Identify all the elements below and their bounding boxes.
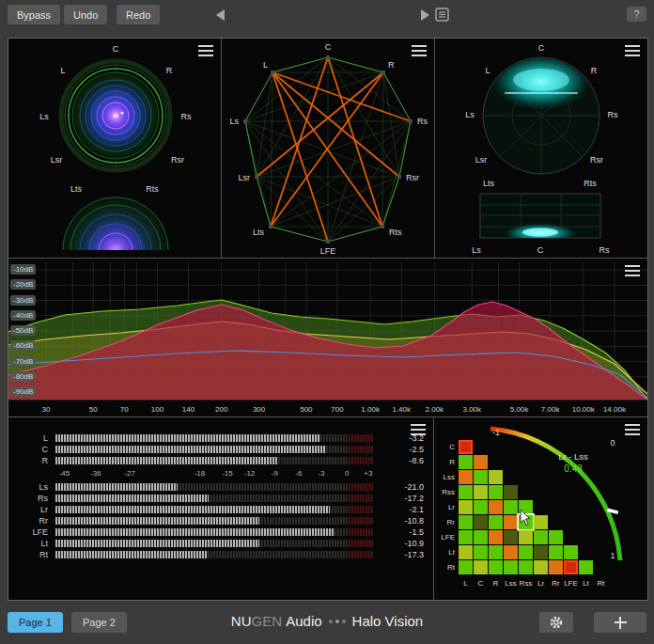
plus-icon	[615, 617, 627, 629]
matrix-cell[interactable]	[474, 470, 488, 484]
matrix-cell[interactable]	[549, 545, 563, 559]
matrix-cell[interactable]	[579, 560, 593, 574]
matrix-cell[interactable]	[459, 500, 473, 514]
channel-label: Ls	[39, 112, 49, 121]
matrix-row-label: Lr	[434, 503, 455, 511]
matrix-cell[interactable]	[489, 515, 503, 529]
meter-row: LFE-1.5	[8, 526, 433, 538]
matrix-cell[interactable]	[459, 440, 473, 454]
matrix-cell[interactable]	[474, 455, 488, 469]
matrix-cell[interactable]	[459, 455, 473, 469]
freq-axis-label: 3.00k	[462, 405, 481, 414]
matrix-cell[interactable]	[504, 545, 518, 559]
bottom-toolbar: Page 1 Page 2 NUGEN Audio Halo Vision	[0, 599, 654, 644]
meter-value: -2.5	[381, 445, 426, 454]
matrix-cell[interactable]	[519, 500, 533, 514]
matrix-cell[interactable]	[549, 560, 563, 574]
panel-menu-icon[interactable]	[625, 45, 640, 56]
matrix-row-label: Rt	[434, 563, 455, 572]
meter-row: Rr-10.8	[8, 515, 433, 526]
settings-button[interactable]	[539, 612, 573, 633]
redo-button[interactable]: Redo	[117, 5, 160, 24]
web-node-label: Lsr	[238, 173, 250, 182]
matrix-cell[interactable]	[504, 515, 518, 529]
meter-row: L-3.2	[8, 432, 433, 444]
matrix-cell[interactable]	[459, 515, 473, 529]
matrix-cell[interactable]	[519, 560, 533, 574]
matrix-cell[interactable]	[504, 500, 518, 514]
matrix-cell[interactable]	[459, 560, 473, 574]
gear-icon	[549, 615, 564, 630]
gauge-tick-label: 0	[610, 438, 615, 448]
matrix-cell[interactable]	[519, 515, 533, 529]
matrix-cell[interactable]	[534, 545, 548, 559]
height-channel-label: Rts	[146, 184, 159, 194]
panel-menu-icon[interactable]	[198, 45, 213, 56]
level-meters-panel: L-3.2C-2.5R-8.6-45-36-27-18-15-12-9-6-30…	[8, 417, 433, 600]
height-channel-label: Rts	[584, 179, 597, 188]
panel-menu-icon[interactable]	[625, 424, 640, 435]
meter-bar	[55, 506, 373, 513]
panel-menu-icon[interactable]	[412, 45, 427, 56]
db-axis-label: -20dB	[10, 279, 36, 290]
meter-value: -8.6	[381, 456, 426, 465]
help-button[interactable]: ?	[627, 7, 646, 22]
matrix-col-label: LFE	[564, 579, 578, 588]
db-axis-label: -80dB	[10, 371, 36, 382]
matrix-cell[interactable]	[474, 560, 488, 574]
freq-axis-label: 70	[120, 405, 129, 414]
add-panel-button[interactable]	[594, 612, 646, 633]
gauge-tick-label: -1	[492, 428, 500, 437]
freq-axis-label: 2.00k	[426, 405, 444, 414]
correlation-web-plot: CLRLsRsLsrRsrLtsRtsLFE	[222, 39, 434, 258]
matrix-cell[interactable]	[459, 485, 473, 499]
meter-channel-name: Ls	[12, 482, 48, 492]
matrix-cell[interactable]	[564, 560, 578, 574]
prev-arrow-icon[interactable]	[216, 9, 225, 21]
matrix-cell[interactable]	[489, 530, 503, 544]
correlation-matrix-panel: CRLssRssLrRrLFELtRtLCRLssRssLrRrLFELtRt-…	[434, 417, 647, 600]
channel-label: Rs	[608, 110, 618, 119]
matrix-cell[interactable]	[519, 530, 533, 544]
matrix-cell[interactable]	[474, 500, 488, 514]
matrix-cell[interactable]	[504, 485, 518, 499]
channel-label: Lsr	[475, 155, 488, 165]
matrix-cell[interactable]	[534, 515, 548, 529]
freq-axis-label: 1.00k	[361, 405, 380, 414]
freq-axis-label: 300	[253, 405, 265, 414]
matrix-cell[interactable]	[459, 530, 473, 544]
brand-dots-icon	[329, 620, 346, 623]
channel-label: C	[113, 44, 119, 54]
surround-scope-plot: C L R Ls Rs Lsr Rsr Lts Rts	[8, 39, 221, 258]
matrix-cell[interactable]	[489, 560, 503, 574]
matrix-cell[interactable]	[489, 470, 503, 484]
bypass-button[interactable]: Bypass	[8, 5, 60, 24]
meter-bar	[55, 446, 373, 453]
meter-bar	[55, 495, 373, 502]
matrix-cell[interactable]	[459, 470, 473, 484]
matrix-cell[interactable]	[534, 530, 548, 544]
page-1-button[interactable]: Page 1	[8, 612, 63, 633]
matrix-cell[interactable]	[489, 485, 503, 499]
panel-menu-icon[interactable]	[411, 424, 426, 435]
matrix-cell[interactable]	[474, 515, 488, 529]
matrix-cell[interactable]	[549, 530, 563, 544]
matrix-cell[interactable]	[474, 485, 488, 499]
matrix-cell[interactable]	[564, 545, 578, 559]
matrix-cell[interactable]	[489, 500, 503, 514]
matrix-cell[interactable]	[519, 545, 533, 559]
matrix-cell[interactable]	[459, 545, 473, 559]
next-arrow-icon[interactable]	[421, 9, 429, 21]
matrix-cell[interactable]	[504, 560, 518, 574]
page-2-button[interactable]: Page 2	[71, 612, 127, 633]
undo-button[interactable]: Undo	[64, 5, 107, 24]
meter-row: C-2.5	[8, 444, 433, 455]
matrix-cell[interactable]	[534, 560, 548, 574]
panel-menu-icon[interactable]	[625, 265, 640, 276]
preset-list-icon[interactable]	[435, 8, 449, 25]
freq-axis-label: 30	[41, 405, 50, 414]
matrix-cell[interactable]	[474, 530, 488, 544]
matrix-cell[interactable]	[474, 545, 488, 559]
matrix-cell[interactable]	[489, 545, 503, 559]
matrix-cell[interactable]	[504, 530, 518, 544]
